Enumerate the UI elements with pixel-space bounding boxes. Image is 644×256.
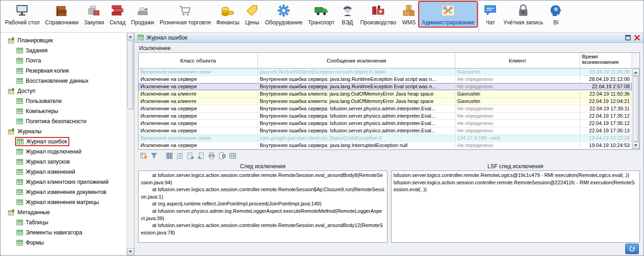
- toolbar-item-13[interactable]: WMS: [399, 2, 419, 27]
- sidebar-item-21[interactable]: Формы: [3, 238, 126, 248]
- numbered-list-icon[interactable]: 123: [175, 151, 185, 160]
- refresh-button[interactable]: [625, 244, 639, 254]
- table-row-8[interactable]: Исключение на сервереВнутренняя ошибка с…: [139, 120, 632, 127]
- excel-icon[interactable]: [218, 151, 227, 160]
- toolbar-item-12[interactable]: Производство: [358, 2, 399, 27]
- toolbar-item-6[interactable]: Розничная торговля: [157, 2, 213, 27]
- toolbar-item-17[interactable]: BI: [546, 2, 566, 27]
- sidebar-item-1[interactable]: Планировщик: [3, 35, 126, 46]
- table-settings-icon[interactable]: [228, 151, 237, 160]
- column-header-1[interactable]: Класс объекта: [139, 53, 258, 68]
- sidebar-item-19[interactable]: Таблицы: [3, 217, 126, 228]
- toolbar-item-7[interactable]: Финансы: [213, 2, 242, 27]
- filter-icon[interactable]: [150, 151, 159, 160]
- toolbar-item-1[interactable]: Рабочий стол: [2, 2, 42, 27]
- table-row-2[interactable]: Исключение на сервереВнутренняя ошибка с…: [139, 76, 632, 83]
- table-row-6[interactable]: Исключение на сервереВнутренняя ошибка с…: [139, 105, 632, 113]
- toolbar-item-15[interactable]: Чат: [480, 2, 500, 27]
- cell-client: Не определено: [455, 142, 580, 149]
- sidebar-item-8[interactable]: Компьютеры: [3, 106, 126, 116]
- sidebar-item-16[interactable]: Журнал изменения документов: [3, 187, 126, 197]
- table-row-4[interactable]: Исключение на клиентеВнутренняя ошибка к…: [139, 91, 632, 98]
- toolbar-item-4[interactable]: Склад: [107, 2, 129, 27]
- table-row-3[interactable]: Исключение на сервереВнутренняя ошибка с…: [139, 83, 632, 91]
- scrollbar-thumb[interactable]: [633, 76, 639, 142]
- grid-preferences-icon[interactable]: [139, 151, 148, 160]
- table-row-7[interactable]: Исключение на сервереВнутренняя ошибка с…: [139, 113, 632, 120]
- table-row-1[interactable]: Временное исключение связиjava.rmi.NoSuc…: [139, 68, 632, 76]
- toolbar-item-2[interactable]: Справочники: [42, 2, 81, 27]
- cell-client: Не определено: [455, 127, 580, 134]
- table-row-9[interactable]: Исключение на сервереВнутренняя ошибка с…: [139, 127, 632, 135]
- sidebar-item-label: Резервная копия: [26, 68, 69, 74]
- sidebar-item-12[interactable]: Журнал подключений: [3, 147, 126, 157]
- table-row-11[interactable]: Исключение на сервереВнутренняя ошибка с…: [139, 142, 632, 149]
- print-icon[interactable]: [207, 151, 216, 160]
- toolbar-item-label: Склад: [110, 19, 126, 26]
- sidebar-item-10[interactable]: Журналы: [3, 126, 126, 137]
- sidebar-item-18[interactable]: Метаданные: [3, 207, 126, 217]
- scroll-up-icon[interactable]: [127, 33, 134, 40]
- cell-time: 22.04.19 12:04:21: [580, 98, 632, 105]
- toolbar-item-label: Администрирование: [422, 19, 474, 26]
- sidebar-item-7[interactable]: Пользователи: [3, 96, 126, 106]
- lock-icon: [516, 3, 531, 18]
- import-icon[interactable]: [196, 151, 206, 160]
- table-row-5[interactable]: Исключение на клиентеВнутренняя ошибка к…: [139, 98, 632, 105]
- column-header-2[interactable]: Сообщение исключения: [258, 53, 455, 68]
- sidebar-item-2[interactable]: Задания: [3, 46, 126, 56]
- toolbar-item-14[interactable]: Администрирование: [419, 2, 477, 27]
- folder-icon: [8, 209, 15, 216]
- column-header-4[interactable]: Время возникновения: [580, 53, 632, 68]
- scrollbar-thumb[interactable]: [128, 40, 134, 109]
- toolbar-item-3[interactable]: Закупки: [81, 2, 107, 27]
- toolbar-item-10[interactable]: Транспорт: [305, 2, 337, 27]
- cell-message: Внутренняя ошибка сервера: java.lang.Int…: [258, 142, 455, 149]
- sidebar-item-11[interactable]: Журнал ошибок: [3, 137, 126, 147]
- scroll-up-icon[interactable]: [633, 69, 639, 76]
- toolbar-item-9[interactable]: Оборудование: [262, 2, 305, 27]
- sidebar-item-5[interactable]: Восстановление данных: [3, 76, 126, 86]
- sidebar-item-inner: Журнал запусков: [15, 158, 72, 166]
- toolbar-item-5[interactable]: Продажи: [129, 2, 157, 27]
- sidebar-item-9[interactable]: Политика безопасности: [3, 116, 126, 126]
- table-row-10[interactable]: Временное исключение связиcom.google.gwt…: [139, 135, 632, 142]
- sidebar-item-label: Журналы: [17, 128, 41, 135]
- close-button[interactable]: [633, 34, 641, 41]
- toolbar-item-11[interactable]: ВЭД: [337, 2, 358, 27]
- export-icon[interactable]: [186, 151, 195, 160]
- sidebar-item-3[interactable]: Почта: [3, 56, 126, 66]
- column-header-3[interactable]: Клиент: [455, 53, 580, 68]
- sidebar-scrollbar[interactable]: [126, 33, 134, 256]
- form-icon: [17, 138, 24, 145]
- cell-time: 22.04.19 2:57:08: [580, 83, 632, 90]
- sidebar-item-20[interactable]: Элементы навигатора: [3, 228, 126, 238]
- stack-trace-text[interactable]: at lsfusion.server.logics.action.session…: [138, 171, 387, 243]
- sidebar-item-17[interactable]: Журнал изменения матрицы: [3, 197, 126, 207]
- sidebar-item-13[interactable]: Журнал запусков: [3, 157, 126, 167]
- sidebar-item-6[interactable]: Доступ: [3, 86, 126, 96]
- toolbar-item-16[interactable]: Учётная запись: [500, 2, 546, 27]
- sidebar-item-14[interactable]: Журнал изменений: [3, 167, 126, 177]
- maximize-button[interactable]: [624, 34, 632, 41]
- scroll-down-icon[interactable]: [127, 248, 134, 255]
- boxes-icon: [402, 3, 416, 18]
- warehouse-icon: [110, 3, 125, 18]
- toolbar-item-label: ВЭД: [342, 19, 353, 26]
- scroll-down-icon[interactable]: [633, 142, 639, 149]
- cell-time: 19.04.19 10:22:29: [580, 135, 632, 142]
- lsf-stack-trace-text[interactable]: lsfusion.server.logics.controller.remote…: [391, 171, 640, 243]
- scrollbar-track[interactable]: [633, 76, 639, 142]
- cell-class: Исключение на сервере: [139, 105, 258, 112]
- sidebar-item-15[interactable]: Журнал клиентских приложений: [3, 177, 126, 187]
- folder-icon: [8, 37, 15, 44]
- toolbar-item-8[interactable]: Цены: [242, 2, 262, 27]
- toolbar-separator: [478, 3, 479, 31]
- table-scrollbar[interactable]: [632, 68, 639, 149]
- scrollbar-track[interactable]: [127, 40, 134, 248]
- cell-time: 22.04.19 17:35:12: [580, 120, 632, 127]
- bi-head-icon: [549, 3, 563, 18]
- columns-icon[interactable]: [165, 151, 174, 160]
- navigator-tree: ПланировщикЗаданияПочтаРезервная копияВо…: [0, 33, 134, 256]
- sidebar-item-4[interactable]: Резервная копия: [3, 66, 126, 76]
